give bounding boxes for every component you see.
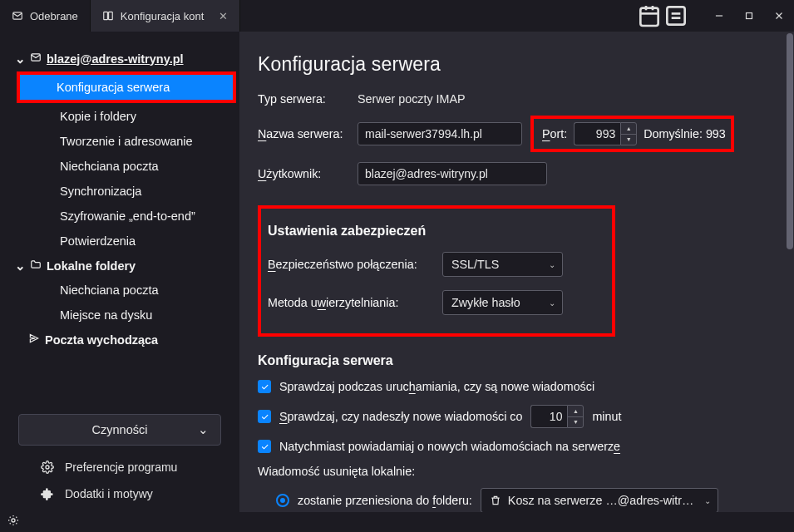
notify-label: Natychmiast powiadamiaj o nowych wiadomo… [279,440,620,453]
local-folders-label: Lokalne foldery [47,259,136,273]
chevron-down-icon: ⌄ [15,259,25,273]
outgoing-label: Poczta wychodząca [45,333,158,347]
titlebar: Odebrane Konfiguracja kont ✕ [0,0,794,32]
gear-icon [40,461,55,474]
sidebar-item-copies[interactable]: Kopie i foldery [0,104,239,129]
chevron-down-icon: ⌄ [198,423,209,436]
sidebar-item-local-junk[interactable]: Niechciana poczta [0,278,239,303]
chevron-down-icon: ⌄ [15,52,25,66]
port-input[interactable] [574,122,620,145]
check-interval-label: Sprawdzaj, czy nadeszły nowe wiadomości … [279,410,522,423]
account-email: blazej@adres-witryny.pl [47,52,184,66]
move-to-folder-radio[interactable] [276,494,289,507]
sidebar-item-server-config[interactable]: Konfiguracja serwera [20,75,233,100]
chevron-down-icon: ⌄ [704,496,711,505]
port-default-label: Domyślnie: 993 [644,127,726,140]
svg-rect-4 [667,7,684,24]
svg-rect-5 [747,13,752,19]
svg-rect-3 [640,8,658,26]
actions-button[interactable]: Czynności ⌄ [18,414,221,446]
sidebar-item-receipts[interactable]: Potwierdzenia [0,229,239,254]
minimize-button[interactable] [704,0,734,32]
content-pane: Konfiguracja serwera Typ serwera: Serwer… [239,32,794,512]
account-tree: ⌄ blazej@adres-witryny.pl Konfiguracja s… [0,47,239,352]
sidebar-item-junk[interactable]: Niechciana poczta [0,154,239,179]
server-type-label: Typ serwera: [258,92,349,106]
scrollbar[interactable] [786,32,794,512]
port-highlight: Port: ▲ ▼ Domyślnie: 993 [530,116,734,152]
tasks-icon[interactable] [663,0,689,32]
tab-inbox[interactable]: Odebrane [0,0,91,32]
sidebar-item-e2e[interactable]: Szyfrowanie „end-to-end” [0,204,239,229]
tab-inbox-label: Odebrane [30,10,78,22]
server-name-label: Nazwa serwera: [258,127,349,140]
deleted-locally-label: Wiadomość usunięta lokalnie: [258,465,772,478]
addons-link[interactable]: Dodatki i motywy [0,480,239,507]
sidebar-item-compose[interactable]: Tworzenie i adresowanie [0,129,239,154]
outgoing-icon [28,332,40,347]
username-label: Użytkownik: [258,167,349,180]
port-label: Port: [542,127,567,140]
spin-up-icon[interactable]: ▲ [568,406,583,416]
preferences-label: Preferencje programu [65,461,177,474]
svg-rect-2 [108,12,112,19]
trash-folder-select[interactable]: Kosz na serwerze …@adres-witryny.pl ⌄ [481,488,718,512]
tab-account-config[interactable]: Konfiguracja kont ✕ [91,0,240,32]
check-interval-checkbox[interactable] [258,410,271,423]
tab-account-config-label: Konfiguracja kont [121,10,204,22]
spin-down-icon[interactable]: ▼ [568,416,583,428]
username-input[interactable] [358,162,547,185]
spin-up-icon[interactable]: ▲ [621,123,636,134]
local-folders-node[interactable]: ⌄ Lokalne foldery [0,254,239,278]
accounts-icon [102,10,114,22]
port-spinner[interactable]: ▲ ▼ [620,122,637,145]
preferences-link[interactable]: Preferencje programu [0,454,239,480]
close-tab-icon[interactable]: ✕ [219,10,228,22]
inbox-icon [12,10,23,22]
svg-point-8 [12,519,15,522]
move-to-folder-label: zostanie przeniesiona do folderu: [298,494,472,507]
check-interval-input[interactable] [530,405,567,428]
auth-method-label: Metoda uwierzytelniania: [268,296,434,309]
connection-security-select[interactable]: SSL/TLS ⌄ [442,252,563,277]
security-highlight: Ustawienia zabezpieczeń Bezpieczeństwo p… [258,205,615,337]
svg-rect-1 [104,12,108,19]
puzzle-icon [40,487,55,500]
selection-highlight: Konfiguracja serwera [17,71,236,103]
server-config-title: Konfiguracja serwera [258,353,772,368]
sidebar-item-disk-space[interactable]: Miejsce na dysku [0,303,239,328]
envelope-icon [30,52,42,66]
chevron-down-icon: ⌄ [549,260,555,269]
calendar-icon[interactable] [636,0,663,32]
folder-icon [30,259,42,273]
actions-label: Czynności [92,423,148,436]
sync-status-icon[interactable] [7,514,20,530]
connection-security-label: Bezpieczeństwo połączenia: [268,258,434,271]
close-window-button[interactable] [764,0,794,32]
svg-point-7 [46,466,49,469]
server-name-input[interactable] [358,122,522,145]
spin-down-icon[interactable]: ▼ [621,134,636,145]
interval-spinner[interactable]: ▲ ▼ [567,405,584,428]
page-title: Konfiguracja serwera [258,53,772,76]
auth-method-select[interactable]: Zwykłe hasło ⌄ [442,290,563,315]
scrollbar-thumb[interactable] [787,33,793,249]
outgoing-node[interactable]: Poczta wychodząca [0,328,239,352]
sidebar: ⌄ blazej@adres-witryny.pl Konfiguracja s… [0,32,239,512]
security-title: Ustawienia zabezpieczeń [268,224,597,239]
check-interval-unit: minut [592,410,621,423]
check-startup-checkbox[interactable] [258,380,271,393]
maximize-button[interactable] [734,0,764,32]
check-startup-label: Sprawdzaj podczas uruchamiania, czy są n… [279,380,594,393]
trash-icon [490,495,501,506]
server-type-value: Serwer poczty IMAP [358,92,466,106]
sidebar-item-sync[interactable]: Synchronizacja [0,179,239,204]
notify-checkbox[interactable] [258,440,271,453]
account-node[interactable]: ⌄ blazej@adres-witryny.pl [0,47,239,71]
chevron-down-icon: ⌄ [549,298,555,308]
addons-label: Dodatki i motywy [65,487,153,500]
statusbar [0,512,794,532]
